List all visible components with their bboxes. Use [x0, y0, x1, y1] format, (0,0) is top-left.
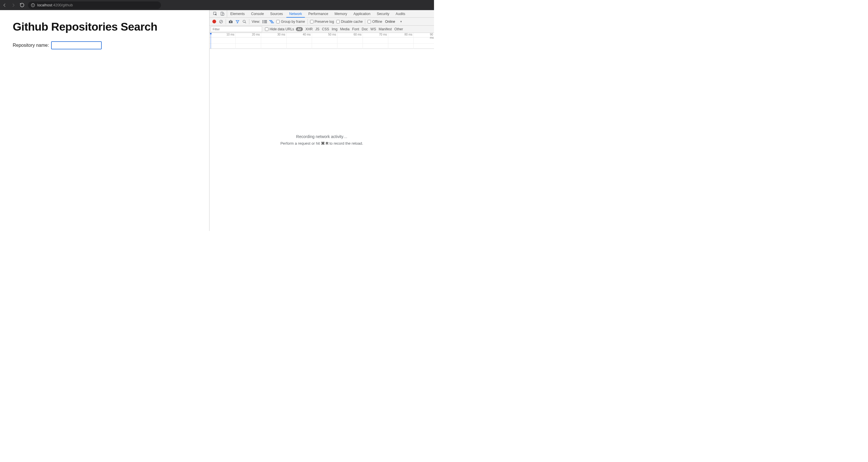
network-toolbar: View: Group by frame Preserve log Disabl… [210, 18, 434, 26]
page-title: Github Repositories Search [13, 21, 196, 33]
filter-type-css[interactable]: CSS [322, 27, 329, 31]
tab-sources[interactable]: Sources [267, 10, 286, 17]
filter-type-js[interactable]: JS [315, 27, 319, 31]
timeline-cursor[interactable] [211, 33, 211, 48]
tab-memory[interactable]: Memory [332, 10, 350, 17]
viewport-split: Github Repositories Search Repository na… [0, 10, 434, 231]
search-form: Repository name: [13, 41, 196, 50]
timeline-tick: 30 ms [277, 33, 286, 36]
reload-button[interactable] [20, 3, 25, 7]
svg-rect-20 [271, 23, 274, 23]
filter-type-ws[interactable]: WS [370, 27, 376, 31]
svg-rect-14 [262, 21, 264, 22]
filter-type-manifest[interactable]: Manifest [378, 27, 392, 31]
url-path: :4200/github [52, 3, 73, 7]
svg-rect-18 [269, 20, 272, 21]
timeline-tick: 20 ms [252, 33, 260, 36]
filter-type-img[interactable]: Img [332, 27, 338, 31]
tab-security[interactable]: Security [374, 10, 393, 17]
svg-point-9 [230, 21, 231, 22]
browser-toolbar: localhost:4200/github [0, 0, 434, 10]
tab-console[interactable]: Console [248, 10, 267, 17]
timeline-tick: 50 ms [328, 33, 337, 36]
network-filter-bar: Hide data URLs All XHR JS CSS Img Media … [210, 26, 434, 33]
tab-elements[interactable]: Elements [227, 10, 248, 17]
filter-type-media[interactable]: Media [340, 27, 350, 31]
device-toggle-icon[interactable] [220, 11, 224, 16]
view-large-icon[interactable] [262, 20, 267, 23]
svg-rect-13 [264, 20, 267, 21]
repo-name-input[interactable] [51, 41, 102, 50]
filter-type-doc[interactable]: Doc [362, 27, 368, 31]
view-waterfall-icon[interactable] [269, 20, 274, 23]
tab-network[interactable]: Network [286, 10, 305, 17]
empty-state-title: Recording network activity… [296, 134, 347, 139]
back-button[interactable] [2, 3, 7, 7]
svg-line-7 [220, 20, 222, 23]
offline-checkbox[interactable]: Offline [368, 20, 382, 24]
filter-type-font[interactable]: Font [352, 27, 359, 31]
filter-toggle-icon[interactable] [235, 19, 240, 24]
timeline-tick: 10 ms [226, 33, 235, 36]
tab-application[interactable]: Application [350, 10, 374, 17]
search-icon[interactable] [242, 19, 247, 24]
throttling-select[interactable]: Online ▼ [385, 20, 403, 24]
svg-line-11 [245, 22, 246, 23]
timeline-tick: 60 ms [354, 33, 362, 36]
view-label: View: [252, 20, 260, 24]
preserve-log-checkbox[interactable]: Preserve log [310, 20, 334, 24]
devtools-tab-list: Elements Console Sources Network Perform… [227, 10, 409, 17]
devtools-panel: Elements Console Sources Network Perform… [209, 10, 434, 231]
network-filter-input[interactable] [211, 26, 262, 32]
repo-label: Repository name: [13, 43, 49, 48]
svg-rect-19 [270, 21, 273, 22]
svg-rect-15 [264, 21, 267, 22]
empty-state-hint: Perform a request or hit ⌘ R to record t… [280, 141, 363, 145]
inspect-element-icon[interactable] [213, 11, 217, 16]
record-button[interactable] [212, 19, 216, 24]
timeline-tick: 70 ms [379, 33, 388, 36]
hide-data-urls-checkbox[interactable]: Hide data URLs [265, 27, 294, 31]
devtools-tab-icons [211, 10, 227, 17]
url-host: localhost [37, 3, 52, 7]
tab-audits[interactable]: Audits [393, 10, 408, 17]
filter-type-all[interactable]: All [296, 27, 303, 31]
screenshot-icon[interactable] [228, 19, 233, 24]
reload-shortcut: ⌘ R [321, 141, 329, 145]
web-page: Github Repositories Search Repository na… [0, 10, 209, 231]
devtools-tabs: Elements Console Sources Network Perform… [210, 10, 434, 18]
svg-rect-16 [262, 23, 264, 23]
timeline-tick: 90 ms [430, 33, 434, 39]
group-by-frame-checkbox[interactable]: Group by frame [276, 20, 305, 24]
url-text: localhost:4200/github [37, 3, 73, 7]
svg-point-10 [243, 20, 245, 22]
clear-button[interactable] [219, 19, 223, 24]
address-bar[interactable]: localhost:4200/github [28, 1, 161, 9]
filter-type-other[interactable]: Other [395, 27, 403, 31]
disable-cache-checkbox[interactable]: Disable cache [336, 20, 363, 24]
nav-buttons [2, 3, 25, 7]
timeline-ruler: 10 ms 20 ms 30 ms 40 ms 50 ms 60 ms 70 m… [210, 33, 434, 37]
network-timeline[interactable]: 10 ms 20 ms 30 ms 40 ms 50 ms 60 ms 70 m… [210, 33, 434, 49]
chevron-down-icon: ▼ [400, 20, 402, 23]
forward-button[interactable] [11, 3, 16, 7]
svg-point-2 [33, 4, 33, 4]
svg-rect-17 [264, 23, 267, 23]
svg-rect-5 [222, 13, 224, 15]
svg-rect-12 [262, 20, 264, 21]
filter-type-xhr[interactable]: XHR [305, 27, 313, 31]
network-requests-empty: Recording network activity… Perform a re… [210, 49, 434, 231]
timeline-tick: 80 ms [405, 33, 413, 36]
site-info-icon[interactable] [31, 3, 35, 7]
filter-type-list: All XHR JS CSS Img Media Font Doc WS Man… [296, 27, 403, 31]
tab-performance[interactable]: Performance [305, 10, 332, 17]
timeline-tick: 40 ms [303, 33, 311, 36]
